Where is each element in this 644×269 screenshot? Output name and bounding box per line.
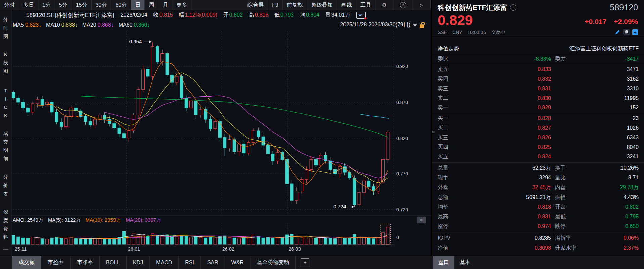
tool-工具[interactable]: 工具 xyxy=(356,0,375,10)
indicator-tab-市净率[interactable]: 市净率 xyxy=(71,256,100,269)
ask-row-卖二[interactable]: 卖二0.83011995 xyxy=(432,94,644,103)
bid-row-买五[interactable]: 买五0.8243241 xyxy=(432,152,644,161)
sidebar-item-分价表[interactable]: 分价表 xyxy=(0,173,11,198)
tool-超级叠加[interactable]: 超级叠加 xyxy=(307,0,337,10)
level-volume: 11995 xyxy=(595,95,639,101)
sidebar-item-深度资料[interactable]: 深度资料 xyxy=(0,208,11,241)
quote-header: 科创创新药ETF汇添富 ! 589120 0.829 +0.017 +2.09%… xyxy=(438,3,638,35)
quote-panel: 科创创新药ETF汇添富 ! 589120 0.829 +0.017 +2.09%… xyxy=(431,0,644,256)
sidebar-item-成交明细[interactable]: 成交明细 xyxy=(0,129,11,163)
indicator-tab-基金份额变动[interactable]: 基金份额变动 xyxy=(250,256,296,269)
period-tab-15分[interactable]: 15分 xyxy=(72,0,92,10)
close-icon[interactable]: × xyxy=(417,217,426,223)
indicator-tab-MACD[interactable]: MACD xyxy=(150,256,179,269)
period-tab-5分[interactable]: 5分 xyxy=(55,0,72,10)
ask-row-卖三[interactable]: 卖三0.8313310 xyxy=(432,84,644,93)
period-tab-更多[interactable]: 更多 xyxy=(172,0,191,10)
indicator-tab-市盈率[interactable]: 市盈率 xyxy=(41,256,71,269)
exchange-label: SSE xyxy=(438,30,447,35)
sidebar-item-K线图[interactable]: K线图 xyxy=(0,50,11,75)
divider xyxy=(432,162,644,163)
divider xyxy=(432,54,644,54)
price-change-pct: +2.09% xyxy=(614,18,638,26)
bid-row-买四[interactable]: 买四0.8258040 xyxy=(432,143,644,152)
period-tab-60分[interactable]: 60分 xyxy=(111,0,131,10)
panel-collapse-handle[interactable]: » xyxy=(432,129,435,134)
stock-code: 589120 xyxy=(610,3,638,12)
level-price: 0.831 xyxy=(463,86,551,92)
indicator-tab-W&R[interactable]: W&R xyxy=(225,256,250,269)
field-收: 收0.815 xyxy=(153,12,173,19)
period-tab-1分[interactable]: 1分 xyxy=(38,0,55,10)
period-tab-分时[interactable]: 分时 xyxy=(0,0,19,10)
indicator-tab-bar: 成交额市盈率市净率BOLLKDJMACDRSISARW&R基金份额变动+ xyxy=(0,256,431,269)
row-value: 0.650 xyxy=(595,223,639,229)
ask-row-卖四[interactable]: 卖四0.8323162 xyxy=(432,74,644,84)
level-label: 卖二 xyxy=(438,95,463,102)
level-label: 买五 xyxy=(438,153,463,160)
row-label: 均价 xyxy=(438,204,463,211)
chevron-down-icon[interactable] xyxy=(413,24,417,27)
row-label: 内盘 xyxy=(551,184,595,191)
panel-tab-基本[interactable]: 基本 xyxy=(454,256,476,269)
row-value: 10.26% xyxy=(595,165,639,171)
panel-tab-盘口[interactable]: 盘口 xyxy=(433,256,454,269)
bell-icon[interactable] xyxy=(623,29,630,35)
indicator-tab-RSI[interactable]: RSI xyxy=(179,256,201,269)
volume-legend: AMO: 2549万MA(5): 3122万MA(10): 2959万MA(20… xyxy=(13,217,161,223)
bid-row-买三[interactable]: 买三0.8266343 xyxy=(432,133,644,142)
y-axis-label: 0.720 xyxy=(396,207,408,212)
period-tab-多日[interactable]: 多日 xyxy=(19,0,38,10)
wp-badge-icon[interactable]: WP xyxy=(356,12,366,19)
add-indicator-icon[interactable]: + xyxy=(301,258,309,267)
bid-row-买二[interactable]: 买二0.8271026 xyxy=(432,123,644,133)
stat-row-最高: 最高0.831最低0.795 xyxy=(432,212,644,221)
nav-left-label[interactable]: 净值走势 xyxy=(438,45,459,52)
indicator-tab-KDJ[interactable]: KDJ xyxy=(127,256,150,269)
toolbar-spacer xyxy=(191,0,243,10)
level-label: 卖四 xyxy=(438,75,463,83)
ask-row-卖一[interactable]: 卖一0.829152 xyxy=(432,103,644,112)
date-range-selector[interactable]: 2025/11/28-2026/03/30(79日) xyxy=(340,21,431,29)
period-tab-日[interactable]: 日 xyxy=(131,0,145,10)
tool-F9[interactable]: F9 xyxy=(268,0,283,10)
divider xyxy=(432,113,644,113)
period-tab-30分[interactable]: 30分 xyxy=(92,0,111,10)
tool-前复权[interactable]: 前复权 xyxy=(283,0,307,10)
indicator-tab-成交额[interactable]: 成交额 xyxy=(12,256,41,269)
info-icon[interactable]: ! xyxy=(510,4,516,11)
y-axis-label: 0.920 xyxy=(396,64,408,69)
row-label: 换手 xyxy=(551,165,595,172)
ask-row-卖五[interactable]: 卖五0.8333471 xyxy=(432,65,644,74)
quote-info-row: 589120.SH[科创创新药ETF汇添富]2026/02/04收0.815幅1… xyxy=(26,11,416,19)
indicator-tab-BOLL[interactable]: BOLL xyxy=(100,256,127,269)
sidebar-item-TICK[interactable]: TICK xyxy=(0,87,11,120)
indicator-tab-SAR[interactable]: SAR xyxy=(201,256,225,269)
bid-row-买一[interactable]: 买一0.82823 xyxy=(432,114,644,123)
period-tab-月[interactable]: 月 xyxy=(158,0,172,10)
tool-画线[interactable]: 画线 xyxy=(337,0,356,10)
tool-综合屏[interactable]: 综合屏 xyxy=(243,0,268,10)
quote-date: 2026/02/04 xyxy=(121,12,147,18)
level-label: 买二 xyxy=(438,124,463,131)
row-value: -3417 xyxy=(595,56,639,62)
row-label: 总额 xyxy=(438,194,463,201)
stat-row-总量: 总量62.23万换手10.26% xyxy=(432,163,644,173)
row-label: 量比 xyxy=(551,174,595,181)
level-price: 0.827 xyxy=(463,125,551,131)
row-label: 委差 xyxy=(551,56,595,63)
add-icon[interactable]: + xyxy=(632,29,638,35)
ma-legend-row: MA50.823↓MA100.838↓MA200.868↓MA600.860↓ … xyxy=(13,21,431,30)
nav-value-row[interactable]: 净值走势 汇添富上证科创板创新药ETF xyxy=(432,44,644,53)
sidebar-item-分时图[interactable]: 分时图 xyxy=(0,15,11,41)
gear-icon[interactable]: ⚙ xyxy=(375,0,394,10)
date-range-text[interactable]: 2025/11/28-2026/03/30(79日) xyxy=(340,21,410,29)
period-tab-周[interactable]: 周 xyxy=(145,0,158,10)
more-arrow-icon[interactable]: > xyxy=(412,0,431,10)
quote-time: 10:00:05 xyxy=(468,30,486,35)
help-icon[interactable]: ? xyxy=(394,0,412,10)
unlock-icon[interactable] xyxy=(420,24,424,28)
pencil-icon[interactable] xyxy=(615,29,620,35)
divider xyxy=(432,36,644,36)
row-value: 0.8098 xyxy=(463,245,551,251)
